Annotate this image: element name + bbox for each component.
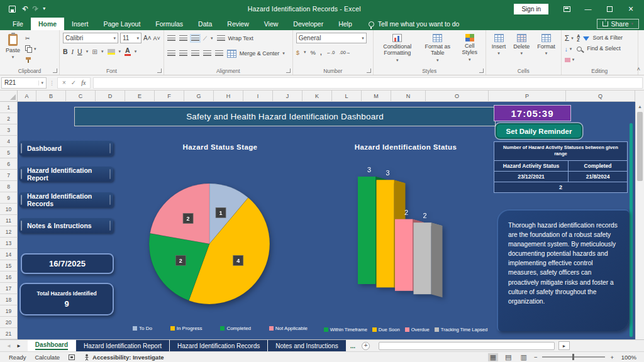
- zoom-in-icon[interactable]: +: [610, 354, 614, 361]
- grow-font-icon[interactable]: A˄: [143, 35, 152, 41]
- paste-button[interactable]: Paste ▾: [3, 33, 23, 61]
- fill-color-icon[interactable]: [108, 49, 115, 55]
- sheet-tab-hazard-identification-records[interactable]: Hazard Identification Records: [170, 340, 268, 351]
- column-header-h[interactable]: H: [214, 90, 243, 102]
- wrap-text-button[interactable]: Wrap Text: [217, 35, 253, 41]
- close-icon[interactable]: ×: [621, 2, 640, 16]
- increase-indent-icon[interactable]: [215, 50, 223, 57]
- dialog-launcher-icon[interactable]: [479, 69, 484, 73]
- format-cells-button[interactable]: Format ▾: [535, 33, 558, 57]
- bar-chart-region[interactable]: Hazard Identification Status 3322 Within…: [314, 143, 497, 336]
- row-header-7[interactable]: 7: [0, 170, 18, 181]
- pie-chart-region[interactable]: Hazard Status Stage 1422 To DoIn Progres…: [129, 143, 311, 334]
- menu-tab-help[interactable]: Help: [331, 18, 360, 30]
- column-header-p[interactable]: P: [489, 90, 566, 102]
- font-name-select[interactable]: Calibri▾: [63, 33, 118, 43]
- cancel-icon[interactable]: ×: [62, 79, 66, 86]
- menu-tab-formulas[interactable]: Formulas: [148, 18, 191, 30]
- sheet-nav-left-icon[interactable]: ◄: [6, 343, 11, 349]
- align-left-icon[interactable]: [167, 50, 175, 57]
- column-header-n[interactable]: N: [391, 90, 426, 102]
- format-painter-button[interactable]: [25, 55, 36, 64]
- menu-tab-data[interactable]: Data: [191, 18, 219, 30]
- normal-view-icon[interactable]: ▦: [488, 353, 498, 361]
- row-header-2[interactable]: 2: [0, 113, 18, 124]
- row-header-8[interactable]: 8: [0, 181, 18, 192]
- align-right-icon[interactable]: [191, 50, 199, 57]
- underline-button[interactable]: U: [77, 48, 82, 55]
- row-header-11[interactable]: 11: [0, 215, 18, 226]
- italic-button[interactable]: I: [72, 48, 74, 55]
- menu-tab-page-layout[interactable]: Page Layout: [96, 18, 148, 30]
- minimize-icon[interactable]: —: [579, 2, 597, 16]
- fill-button[interactable]: ↓▾: [565, 45, 575, 53]
- insert-cells-button[interactable]: Insert ▾: [489, 33, 509, 57]
- vertical-scroll-thumb[interactable]: [637, 112, 643, 181]
- row-header-15[interactable]: 15: [0, 260, 18, 272]
- sheet-tab-hazard-identification-report[interactable]: Hazard Identification Report: [76, 340, 170, 351]
- row-header-1[interactable]: 1: [0, 102, 18, 113]
- dialog-launcher-icon[interactable]: [286, 69, 291, 73]
- format-as-table-button[interactable]: Format as Table ▾: [421, 33, 455, 64]
- column-header-g[interactable]: G: [184, 90, 214, 102]
- dialog-launcher-icon[interactable]: [367, 69, 371, 73]
- collapse-ribbon-icon[interactable]: ˄: [637, 66, 640, 72]
- row-header-20[interactable]: 20: [0, 317, 18, 328]
- select-all-corner[interactable]: [0, 90, 18, 102]
- nav-button-notes-instructions[interactable]: Notes & Instructions: [19, 218, 113, 233]
- column-header-c[interactable]: C: [66, 90, 96, 102]
- row-header-21[interactable]: 21: [0, 328, 18, 339]
- comma-style-icon[interactable]: ,: [320, 49, 322, 56]
- accessibility-status[interactable]: Accessibility: Investigate: [84, 354, 164, 361]
- shrink-font-icon[interactable]: A˅: [153, 35, 160, 41]
- nav-button-dashboard[interactable]: Dashboard: [19, 141, 113, 156]
- horizontal-scroll-right-icon[interactable]: ►: [558, 341, 570, 350]
- menu-tab-developer[interactable]: Developer: [286, 18, 331, 30]
- restore-icon[interactable]: [600, 2, 619, 16]
- increase-decimal-icon[interactable]: ←.0: [326, 50, 335, 55]
- menu-tab-file[interactable]: File: [5, 18, 31, 30]
- tell-me[interactable]: Tell me what you want to do: [369, 18, 460, 30]
- sheet-tabs-overflow[interactable]: ...: [347, 340, 359, 351]
- decrease-indent-icon[interactable]: [203, 50, 211, 57]
- row-header-16[interactable]: 16: [0, 272, 18, 283]
- name-box[interactable]: R21 ▾: [1, 77, 47, 89]
- horizontal-scrollbar[interactable]: [379, 342, 555, 350]
- column-header-j[interactable]: J: [273, 90, 303, 102]
- sheet-tab-dashboard[interactable]: Dashboard: [28, 340, 76, 351]
- ribbon-display-options-icon[interactable]: [557, 2, 576, 16]
- menu-tab-view[interactable]: View: [257, 18, 286, 30]
- row-header-17[interactable]: 17: [0, 283, 18, 294]
- row-header-12[interactable]: 12: [0, 226, 18, 238]
- column-header-f[interactable]: F: [155, 90, 184, 102]
- column-header-o[interactable]: O: [426, 90, 489, 102]
- dialog-launcher-icon[interactable]: [53, 69, 57, 73]
- sign-in-button[interactable]: Sign in: [514, 4, 548, 14]
- macro-record-icon[interactable]: [69, 354, 75, 360]
- autosum-button[interactable]: Σ▾: [565, 34, 575, 43]
- number-format-select[interactable]: General▾: [296, 33, 367, 43]
- cut-button[interactable]: ✂: [25, 34, 36, 43]
- copy-button[interactable]: ▾: [25, 45, 36, 53]
- zoom-slider-thumb[interactable]: [572, 354, 574, 360]
- vertical-scrollbar[interactable]: ▲: [635, 102, 644, 339]
- column-header-m[interactable]: M: [362, 90, 391, 102]
- row-header-4[interactable]: 4: [0, 136, 18, 147]
- range-table-date-to[interactable]: 21/8/2024: [569, 172, 627, 182]
- enter-icon[interactable]: ✓: [71, 79, 76, 86]
- menu-tab-insert[interactable]: Insert: [64, 18, 96, 30]
- column-header-d[interactable]: D: [96, 90, 125, 102]
- font-color-icon[interactable]: A: [125, 47, 131, 56]
- fx-icon[interactable]: fx: [81, 79, 86, 86]
- nav-button-hazard-identification-report[interactable]: Hazard Identification Report: [19, 167, 113, 182]
- page-break-view-icon[interactable]: ▥: [518, 353, 528, 361]
- page-layout-view-icon[interactable]: ▤: [503, 353, 513, 361]
- share-button[interactable]: Share ▾: [597, 19, 639, 29]
- row-header-13[interactable]: 13: [0, 238, 18, 249]
- range-table-date-from[interactable]: 23/12/2021: [494, 172, 569, 182]
- row-header-3[interactable]: 3: [0, 124, 18, 136]
- row-header-10[interactable]: 10: [0, 204, 18, 215]
- clear-button[interactable]: ▾: [565, 55, 575, 64]
- column-header-k[interactable]: K: [303, 90, 332, 102]
- column-header-l[interactable]: L: [332, 90, 362, 102]
